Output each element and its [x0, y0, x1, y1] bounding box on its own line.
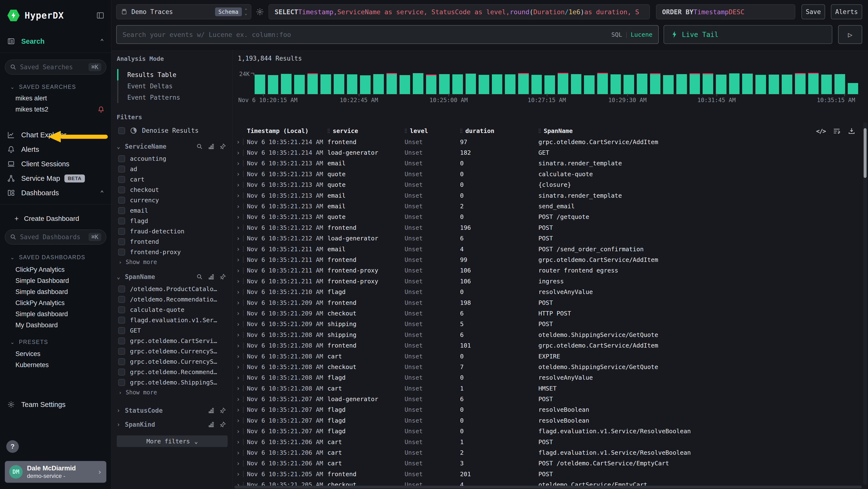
saved-searches-header[interactable]: ⌄ SAVED SEARCHES [10, 84, 111, 90]
saved-dashboard-item[interactable]: Simple dashboard [16, 309, 104, 320]
row-expand-chevron[interactable]: › [233, 417, 247, 424]
row-expand-chevron[interactable]: › [233, 310, 247, 317]
checkbox[interactable] [118, 379, 125, 386]
histogram-bar[interactable] [782, 72, 795, 94]
row-expand-chevron[interactable]: › [233, 374, 247, 381]
checkbox[interactable] [118, 369, 125, 376]
table-row[interactable]: ›Nov 6 10:35:21.213 AMemailUnset0sinatra… [233, 158, 854, 169]
column-header-level[interactable]: level [405, 127, 460, 135]
checkbox[interactable] [118, 327, 125, 334]
histogram-bar[interactable] [742, 72, 755, 94]
row-expand-chevron[interactable]: › [233, 460, 247, 467]
histogram-bar[interactable] [400, 72, 413, 94]
row-expand-chevron[interactable]: › [233, 278, 247, 285]
lucene-toggle[interactable]: Lucene [631, 31, 652, 38]
sidebar-item-alerts[interactable]: Alerts [0, 142, 111, 156]
row-expand-chevron[interactable]: › [233, 213, 247, 221]
save-button[interactable]: Save [802, 4, 825, 19]
histogram-bar[interactable] [347, 72, 360, 94]
run-query-button[interactable]: ▷ [838, 25, 862, 44]
table-row[interactable]: ›Nov 6 10:35:21.213 AMquoteUnset0calcula… [233, 169, 854, 179]
analysis-mode-event-patterns[interactable]: Event Patterns [117, 92, 227, 103]
histogram-bar[interactable] [531, 72, 545, 94]
select-clause-input[interactable]: SELECT Timestamp, ServiceName as service… [269, 4, 650, 19]
histogram-bar[interactable] [478, 72, 492, 94]
table-row[interactable]: ›Nov 6 10:35:21.208 AMcartUnset1HMSET [233, 383, 854, 394]
checkbox[interactable] [118, 176, 125, 183]
wrap-lines-icon[interactable] [833, 127, 840, 135]
saved-dashboard-item[interactable]: Simple Dashboard [16, 275, 104, 286]
histogram-bar[interactable] [650, 72, 663, 94]
histogram-bar[interactable] [716, 72, 729, 94]
checkbox[interactable] [118, 238, 125, 245]
code-view-icon[interactable]: </> [816, 128, 826, 135]
table-row[interactable]: ›Nov 6 10:35:21.208 AMcartUnset0EXPIRE [233, 351, 854, 362]
histogram-bar[interactable] [584, 72, 597, 94]
table-row[interactable]: ›Nov 6 10:35:21.213 AMquoteUnset0{closur… [233, 179, 854, 190]
histogram-bar[interactable] [268, 72, 281, 94]
histogram-bar[interactable] [373, 72, 386, 94]
filter-option[interactable]: grpc.oteldemo.ShippingS… [117, 377, 227, 387]
filter-option[interactable]: grpc.oteldemo.CartServi… [117, 336, 227, 346]
histogram-bar[interactable] [611, 72, 624, 94]
filter-option[interactable]: flagd [117, 216, 227, 226]
saved-search-item[interactable]: mikes alert [16, 93, 104, 104]
checkbox[interactable] [118, 207, 125, 214]
sidebar-item-dashboards[interactable]: Dashboards ⌃ [0, 186, 111, 200]
denoise-results-option[interactable]: Denoise Results [117, 127, 227, 134]
analysis-mode-results-table[interactable]: Results Table [117, 69, 227, 80]
row-expand-chevron[interactable]: › [233, 363, 247, 371]
histogram-bar[interactable] [255, 72, 268, 94]
histogram-bar[interactable] [597, 72, 611, 94]
checkbox[interactable] [118, 306, 125, 313]
servicename-show-more[interactable]: › Show more [117, 257, 227, 267]
row-expand-chevron[interactable]: › [233, 470, 247, 478]
bar-chart-icon[interactable] [208, 274, 215, 280]
row-expand-chevron[interactable]: › [233, 342, 247, 349]
filter-option[interactable]: accounting [117, 153, 227, 164]
filter-option[interactable]: email [117, 205, 227, 216]
filter-option[interactable]: checkout [117, 185, 227, 195]
search-icon[interactable] [196, 143, 203, 150]
histogram-bar[interactable] [637, 72, 650, 94]
histogram-bar[interactable] [281, 72, 294, 94]
orderby-clause-input[interactable]: ORDER BY Timestamp DESC [656, 4, 795, 19]
saved-dashboards-searchbox[interactable]: ⌘K [5, 230, 106, 244]
table-row[interactable]: ›Nov 6 10:35:21.212 AMfrontendUnset196PO… [233, 222, 854, 233]
histogram-bar[interactable] [413, 72, 426, 94]
saved-searches-searchbox[interactable]: ⌘K [5, 60, 106, 75]
histogram-bar[interactable] [795, 72, 808, 94]
event-search-box[interactable]: SQL|Lucene [116, 25, 659, 44]
filter-option[interactable]: ad [117, 164, 227, 174]
table-row[interactable]: ›Nov 6 10:35:21.211 AMfrontend-proxyUnse… [233, 265, 854, 276]
row-expand-chevron[interactable]: › [233, 353, 247, 360]
filter-option[interactable]: frontend-proxy [117, 247, 227, 257]
help-button[interactable]: ? [6, 440, 19, 453]
table-row[interactable]: ›Nov 6 10:35:21.209 AMcheckoutUnset6HTTP… [233, 308, 854, 319]
pin-icon[interactable] [219, 421, 226, 428]
sidebar-item-search[interactable]: Search ⌃ [0, 34, 111, 48]
schema-badge[interactable]: Schema [215, 7, 242, 16]
histogram-bar[interactable] [848, 72, 861, 94]
table-row[interactable]: ›Nov 6 10:35:21.205 AMfrontendUnset201PO… [233, 469, 854, 479]
drag-handle-icon[interactable] [538, 128, 541, 133]
table-row[interactable]: ›Nov 6 10:35:21.211 AMemailUnset4POST /s… [233, 244, 854, 254]
histogram-bar[interactable] [769, 72, 782, 94]
source-selector[interactable]: Demo Traces Schema ⌃⌄ [116, 4, 251, 19]
row-expand-chevron[interactable]: › [233, 256, 247, 263]
table-row[interactable]: ›Nov 6 10:35:21.214 AMfrontendUnset97grp… [233, 137, 854, 147]
drag-handle-icon[interactable] [405, 128, 407, 133]
filter-option[interactable]: /oteldemo.Recommendatio… [117, 294, 227, 305]
histogram-bar[interactable] [452, 72, 466, 94]
sidebar-collapse-icon[interactable] [96, 11, 104, 20]
search-icon[interactable] [196, 274, 203, 280]
table-row[interactable]: ›Nov 6 10:35:21.207 AMflagdUnset0resolve… [233, 405, 854, 415]
column-header-service[interactable]: service [328, 127, 405, 135]
bar-chart-icon[interactable] [208, 407, 215, 414]
column-header-spanname[interactable]: SpanName [538, 127, 854, 135]
table-row[interactable]: ›Nov 6 10:35:21.208 AMflagdUnset0resolve… [233, 372, 854, 383]
histogram-bar[interactable] [558, 72, 571, 94]
vertical-scrollbar[interactable] [863, 122, 867, 485]
filter-option[interactable]: grpc.oteldemo.CurrencyS… [117, 346, 227, 356]
saved-dashboard-item[interactable]: ClickPy Analytics [16, 264, 104, 275]
